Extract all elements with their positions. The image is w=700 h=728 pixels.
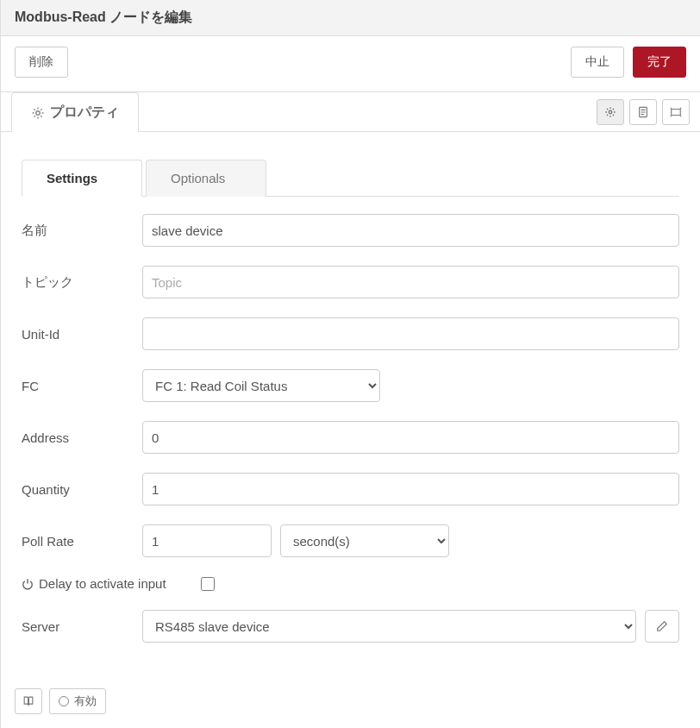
pollrate-label: Poll Rate bbox=[22, 534, 142, 549]
unitid-label: Unit-Id bbox=[22, 327, 142, 342]
document-icon bbox=[637, 106, 649, 118]
cancel-button[interactable]: 中止 bbox=[571, 47, 624, 78]
fc-label: FC bbox=[22, 379, 142, 393]
enabled-toggle[interactable]: 有効 bbox=[49, 688, 106, 714]
inner-tabs: Settings Optionals bbox=[22, 160, 679, 197]
gear-icon bbox=[31, 106, 45, 120]
fc-select[interactable]: FC 1: Read Coil Status bbox=[142, 369, 380, 402]
name-field[interactable] bbox=[142, 214, 679, 247]
settings-view-button[interactable] bbox=[597, 99, 624, 125]
power-icon bbox=[22, 578, 34, 590]
server-select[interactable]: RS485 slave device bbox=[142, 610, 636, 643]
enabled-label: 有効 bbox=[74, 693, 97, 709]
book-icon bbox=[22, 695, 34, 707]
content-area: Settings Optionals 名前 トピック Unit-Id FC FC… bbox=[1, 132, 700, 679]
address-field[interactable] bbox=[142, 421, 679, 454]
edit-server-button[interactable] bbox=[645, 610, 679, 643]
dialog-title-text: Modbus-Read ノードを編集 bbox=[15, 9, 192, 24]
done-button[interactable]: 完了 bbox=[633, 47, 686, 78]
pollrate-field[interactable] bbox=[142, 524, 272, 557]
appearance-icon bbox=[670, 106, 682, 118]
svg-point-0 bbox=[36, 110, 40, 114]
topic-label: トピック bbox=[22, 274, 142, 291]
description-view-button[interactable] bbox=[629, 99, 657, 125]
tab-optionals[interactable]: Optionals bbox=[146, 160, 266, 197]
unitid-field[interactable] bbox=[142, 317, 679, 350]
tab-settings[interactable]: Settings bbox=[22, 160, 142, 197]
pencil-icon bbox=[656, 620, 668, 632]
name-label: 名前 bbox=[22, 223, 142, 239]
tab-properties[interactable]: プロパティ bbox=[11, 92, 139, 132]
server-label: Server bbox=[22, 619, 142, 634]
tab-properties-label: プロパティ bbox=[50, 104, 119, 122]
delete-button[interactable]: 削除 bbox=[15, 47, 68, 78]
footer: 有効 bbox=[15, 688, 106, 714]
address-label: Address bbox=[22, 430, 142, 445]
circle-icon bbox=[59, 696, 69, 706]
pollrate-unit-select[interactable]: second(s) bbox=[280, 524, 449, 557]
help-button[interactable] bbox=[15, 688, 42, 714]
gear-icon bbox=[604, 106, 616, 118]
quantity-label: Quantity bbox=[22, 482, 142, 497]
svg-point-1 bbox=[609, 110, 612, 114]
toolbar: 削除 中止 完了 bbox=[1, 36, 700, 92]
quantity-field[interactable] bbox=[142, 473, 679, 505]
dialog-title: Modbus-Read ノードを編集 bbox=[1, 0, 700, 36]
delay-checkbox[interactable] bbox=[201, 577, 215, 591]
appearance-view-button[interactable] bbox=[662, 99, 690, 125]
svg-rect-3 bbox=[672, 109, 681, 115]
tabs-row: プロパティ bbox=[1, 92, 700, 132]
delay-label: Delay to activate input bbox=[22, 576, 166, 591]
topic-field[interactable] bbox=[142, 266, 679, 298]
